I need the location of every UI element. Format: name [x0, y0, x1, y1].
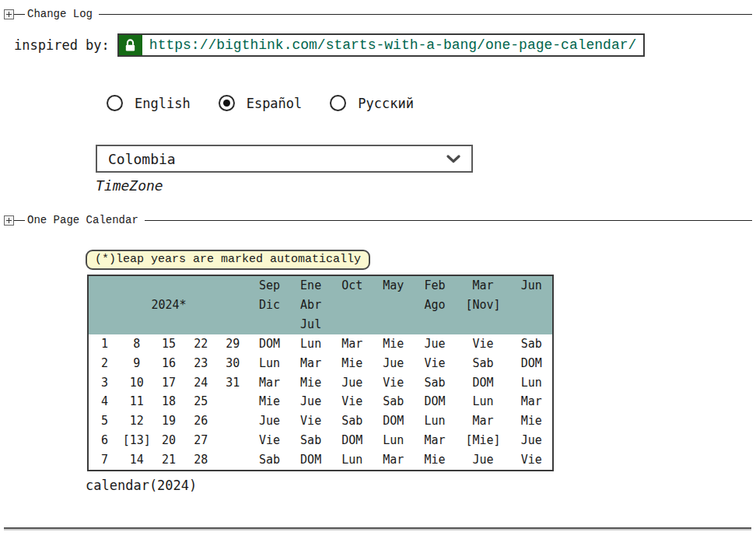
calendar-cell: 1 — [88, 334, 121, 354]
calendar-cell: Vie — [331, 392, 373, 411]
calendar-header-row: 2024* Sep DicEne Abr JulOctMayFeb AgoMar… — [88, 275, 553, 334]
calendar-row: 310172431MarMieJueVieSabDOMLun — [88, 373, 553, 393]
app: Change Log inspired by: https://bigthink… — [0, 8, 756, 529]
calendar-row: 5121926JueVieSabDOMLunMarMie — [88, 411, 553, 431]
calendar-cell: 21 — [152, 450, 184, 471]
language-radio-group: EnglishEspañolРусский — [107, 95, 756, 111]
calendar-cell: Mie — [373, 334, 414, 354]
calendar-cell — [217, 431, 249, 450]
calendar-row: 18152229DOMLunMarMieJueVieSab — [88, 334, 553, 354]
calendar-cell: 4 — [88, 392, 121, 411]
calendar-cell: Lun — [373, 431, 414, 450]
expand-plus-icon[interactable] — [4, 9, 14, 19]
calendar-cell: 25 — [185, 392, 217, 411]
calendar-cell: DOM — [373, 411, 414, 431]
calendar-row: 4111825MieJueVieSabDOMLunMar — [88, 392, 553, 411]
calendar-cell: Jue — [249, 411, 290, 431]
connector-line — [14, 14, 25, 15]
calendar-cell: Jue — [331, 373, 373, 393]
calendar-header: 2024* Sep DicEne Abr JulOctMayFeb AgoMar… — [88, 275, 553, 334]
calendar-cell: Mar — [249, 373, 290, 393]
calendar-cell: Vie — [455, 334, 510, 354]
calendar-row: 6[13]2027VieSabDOMLunMar[Mie]Jue — [88, 431, 553, 450]
calendar-month-cell: Ene Abr Jul — [290, 275, 331, 334]
radio-option-label: English — [135, 96, 191, 111]
calendar-cell: Sab — [455, 354, 510, 373]
language-radio-option[interactable]: Русский — [330, 95, 414, 111]
calendar-cell: 14 — [121, 450, 152, 471]
inspired-by-row: inspired by: https://bigthink.com/starts… — [14, 33, 756, 57]
calendar-cell: Sab — [290, 431, 331, 450]
calendar-month-cell: Jun — [511, 275, 553, 334]
calendar-cell: 24 — [185, 373, 217, 393]
calendar-cell: 2 — [88, 354, 121, 373]
calendar-cell: Jue — [511, 431, 553, 450]
calendar-cell — [217, 411, 249, 431]
inspired-by-label: inspired by: — [14, 37, 110, 53]
calendar-cell: 12 — [121, 411, 152, 431]
timezone-select[interactable]: Colombia — [96, 145, 473, 173]
calendar-cell: Mar — [414, 431, 455, 450]
leap-year-note: (*)leap years are marked automatically — [86, 250, 370, 270]
calendar-cell: 28 — [185, 450, 217, 471]
calendar-cell: Mie — [414, 450, 455, 471]
calendar-month-cell: Sep Dic — [249, 275, 290, 334]
calendar-cell: 9 — [121, 354, 152, 373]
calendar-cell: Sab — [249, 450, 290, 471]
language-radio-option[interactable]: Español — [219, 95, 303, 111]
calendar-cell: 8 — [121, 334, 152, 354]
timezone-caption: TimeZone — [96, 177, 473, 194]
calendar-cell: DOM — [455, 373, 510, 393]
calendar-cell: 17 — [152, 373, 184, 393]
section-header-change-log: Change Log — [4, 8, 752, 20]
calendar-cell: Mar — [290, 354, 331, 373]
radio-button-icon[interactable] — [219, 95, 235, 111]
calendar-cell: DOM — [414, 392, 455, 411]
calendar-cell: Sab — [373, 392, 414, 411]
calendar-cell: 31 — [217, 373, 249, 393]
timezone-selected-value: Colombia — [108, 151, 176, 167]
url-text[interactable]: https://bigthink.com/starts-with-a-bang/… — [142, 35, 644, 55]
radio-option-label: Русский — [358, 96, 414, 111]
calendar-caption: calendar(2024) — [86, 478, 756, 493]
calendar-cell: 23 — [185, 354, 217, 373]
calendar-cell: 20 — [152, 431, 184, 450]
section-title-change-log: Change Log — [25, 8, 99, 20]
calendar-cell: Jue — [414, 334, 455, 354]
calendar-cell: 15 — [152, 334, 184, 354]
calendar-cell: 10 — [121, 373, 152, 393]
calendar-cell: Vie — [511, 450, 553, 471]
horizontal-divider — [4, 527, 751, 529]
calendar-cell: [Mie] — [455, 431, 510, 450]
calendar-cell: Mie — [511, 411, 553, 431]
calendar-cell: Jue — [455, 450, 510, 471]
calendar-cell: 7 — [88, 450, 121, 471]
calendar-cell: Vie — [373, 373, 414, 393]
calendar-cell: Lun — [249, 354, 290, 373]
calendar-cell: 26 — [185, 411, 217, 431]
calendar-cell: [13] — [121, 431, 152, 450]
calendar-cell: 11 — [121, 392, 152, 411]
calendar-cell: Lun — [455, 392, 510, 411]
calendar-cell: Vie — [414, 354, 455, 373]
calendar-cell: Sab — [331, 411, 373, 431]
calendar-row: 29162330LunMarMieJueVieSabDOM — [88, 354, 553, 373]
calendar-cell: Vie — [290, 411, 331, 431]
calendar-cell: Vie — [249, 431, 290, 450]
calendar-row: 7142128SabDOMLunMarMieJueVie — [88, 450, 553, 471]
calendar-cell: DOM — [331, 431, 373, 450]
radio-button-icon[interactable] — [330, 95, 346, 111]
language-radio-option[interactable]: English — [107, 95, 191, 111]
calendar-cell: Mie — [249, 392, 290, 411]
calendar-cell: 5 — [88, 411, 121, 431]
calendar-month-cell: Mar [Nov] — [455, 275, 510, 334]
calendar-cell: 18 — [152, 392, 184, 411]
calendar-cell: Sab — [414, 373, 455, 393]
calendar-month-cell: Oct — [331, 275, 373, 334]
expand-plus-icon[interactable] — [4, 215, 14, 226]
chevron-down-icon[interactable] — [446, 155, 460, 163]
calendar-cell: Mar — [455, 411, 510, 431]
radio-button-icon[interactable] — [107, 95, 123, 111]
calendar-cell: Lun — [331, 450, 373, 471]
url-field[interactable]: https://bigthink.com/starts-with-a-bang/… — [117, 33, 646, 57]
